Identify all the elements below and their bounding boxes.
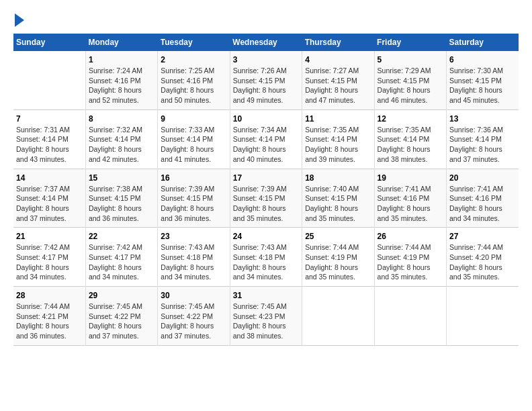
- calendar-cell: 27Sunrise: 7:44 AMSunset: 4:20 PMDayligh…: [447, 228, 519, 287]
- day-number: 27: [449, 232, 516, 241]
- calendar-cell: 28Sunrise: 7:44 AMSunset: 4:21 PMDayligh…: [13, 287, 85, 346]
- day-header-tuesday: Tuesday: [158, 34, 230, 51]
- day-number: 30: [161, 291, 226, 300]
- day-number: 9: [161, 114, 226, 124]
- day-number: 12: [378, 114, 443, 124]
- calendar-cell: 5Sunrise: 7:29 AMSunset: 4:15 PMDaylight…: [374, 51, 446, 109]
- day-number: 14: [16, 173, 83, 183]
- calendar-cell: 29Sunrise: 7:45 AMSunset: 4:22 PMDayligh…: [85, 287, 157, 346]
- day-info: Sunrise: 7:44 AMSunset: 4:21 PMDaylight:…: [16, 302, 83, 341]
- day-number: 28: [16, 291, 83, 300]
- day-info: Sunrise: 7:29 AMSunset: 4:15 PMDaylight:…: [378, 66, 443, 105]
- day-number: 26: [378, 232, 443, 241]
- day-header-friday: Friday: [374, 34, 446, 51]
- day-info: Sunrise: 7:40 AMSunset: 4:15 PMDaylight:…: [305, 184, 371, 224]
- header-row: SundayMondayTuesdayWednesdayThursdayFrid…: [13, 34, 519, 51]
- day-number: 13: [449, 114, 516, 124]
- day-info: Sunrise: 7:35 AMSunset: 4:14 PMDaylight:…: [305, 125, 371, 165]
- day-header-thursday: Thursday: [302, 34, 374, 51]
- day-info: Sunrise: 7:42 AMSunset: 4:17 PMDaylight:…: [89, 242, 154, 282]
- calendar-cell: 21Sunrise: 7:42 AMSunset: 4:17 PMDayligh…: [13, 228, 85, 287]
- calendar-cell: 24Sunrise: 7:43 AMSunset: 4:18 PMDayligh…: [230, 228, 302, 287]
- calendar-cell: 18Sunrise: 7:40 AMSunset: 4:15 PMDayligh…: [302, 169, 374, 228]
- calendar-cell: 23Sunrise: 7:43 AMSunset: 4:18 PMDayligh…: [158, 228, 230, 287]
- day-number: 22: [89, 232, 154, 241]
- day-info: Sunrise: 7:24 AMSunset: 4:16 PMDaylight:…: [89, 66, 154, 105]
- day-header-saturday: Saturday: [447, 34, 519, 51]
- day-number: 21: [16, 232, 83, 241]
- day-number: 2: [161, 55, 226, 64]
- day-info: Sunrise: 7:32 AMSunset: 4:14 PMDaylight:…: [89, 125, 154, 165]
- calendar-cell: 8Sunrise: 7:32 AMSunset: 4:14 PMDaylight…: [85, 109, 157, 169]
- day-info: Sunrise: 7:42 AMSunset: 4:17 PMDaylight:…: [16, 242, 83, 282]
- day-number: 6: [449, 55, 516, 64]
- day-info: Sunrise: 7:43 AMSunset: 4:18 PMDaylight:…: [233, 242, 299, 282]
- calendar-week-1: 1Sunrise: 7:24 AMSunset: 4:16 PMDaylight…: [13, 51, 519, 109]
- calendar-cell: 14Sunrise: 7:37 AMSunset: 4:14 PMDayligh…: [13, 169, 85, 228]
- day-info: Sunrise: 7:39 AMSunset: 4:15 PMDaylight:…: [233, 184, 299, 224]
- day-info: Sunrise: 7:37 AMSunset: 4:14 PMDaylight:…: [16, 184, 83, 224]
- calendar-cell: 19Sunrise: 7:41 AMSunset: 4:16 PMDayligh…: [374, 169, 446, 228]
- calendar-cell: 17Sunrise: 7:39 AMSunset: 4:15 PMDayligh…: [230, 169, 302, 228]
- calendar-cell: [447, 287, 519, 346]
- day-number: 17: [233, 173, 299, 183]
- day-number: 10: [233, 114, 299, 124]
- calendar-header: SundayMondayTuesdayWednesdayThursdayFrid…: [13, 34, 519, 51]
- calendar-cell: 7Sunrise: 7:31 AMSunset: 4:14 PMDaylight…: [13, 109, 85, 169]
- calendar-cell: 6Sunrise: 7:30 AMSunset: 4:15 PMDaylight…: [447, 51, 519, 109]
- day-number: 18: [305, 173, 371, 183]
- calendar-cell: [13, 51, 85, 109]
- calendar-week-5: 28Sunrise: 7:44 AMSunset: 4:21 PMDayligh…: [13, 287, 519, 346]
- calendar-cell: 15Sunrise: 7:38 AMSunset: 4:15 PMDayligh…: [85, 169, 157, 228]
- day-number: 19: [378, 173, 443, 183]
- day-info: Sunrise: 7:41 AMSunset: 4:16 PMDaylight:…: [449, 184, 516, 224]
- calendar-cell: 26Sunrise: 7:44 AMSunset: 4:19 PMDayligh…: [374, 228, 446, 287]
- day-info: Sunrise: 7:27 AMSunset: 4:15 PMDaylight:…: [305, 66, 371, 105]
- calendar-cell: 13Sunrise: 7:36 AMSunset: 4:14 PMDayligh…: [447, 109, 519, 169]
- day-number: 7: [16, 114, 83, 124]
- calendar-cell: 2Sunrise: 7:25 AMSunset: 4:16 PMDaylight…: [158, 51, 230, 109]
- day-info: Sunrise: 7:31 AMSunset: 4:14 PMDaylight:…: [16, 125, 83, 165]
- calendar-table: SundayMondayTuesdayWednesdayThursdayFrid…: [13, 34, 519, 346]
- day-number: 8: [89, 114, 154, 124]
- calendar-week-4: 21Sunrise: 7:42 AMSunset: 4:17 PMDayligh…: [13, 228, 519, 287]
- day-info: Sunrise: 7:45 AMSunset: 4:23 PMDaylight:…: [233, 302, 299, 341]
- day-info: Sunrise: 7:36 AMSunset: 4:14 PMDaylight:…: [449, 125, 516, 165]
- day-info: Sunrise: 7:45 AMSunset: 4:22 PMDaylight:…: [161, 302, 226, 341]
- day-number: 23: [161, 232, 226, 241]
- day-info: Sunrise: 7:38 AMSunset: 4:15 PMDaylight:…: [89, 184, 154, 224]
- page-header: [13, 13, 519, 27]
- day-info: Sunrise: 7:26 AMSunset: 4:15 PMDaylight:…: [233, 66, 299, 105]
- calendar-cell: 31Sunrise: 7:45 AMSunset: 4:23 PMDayligh…: [230, 287, 302, 346]
- calendar-week-3: 14Sunrise: 7:37 AMSunset: 4:14 PMDayligh…: [13, 169, 519, 228]
- day-number: 5: [378, 55, 443, 64]
- day-number: 20: [449, 173, 516, 183]
- calendar-cell: 20Sunrise: 7:41 AMSunset: 4:16 PMDayligh…: [447, 169, 519, 228]
- calendar-cell: 4Sunrise: 7:27 AMSunset: 4:15 PMDaylight…: [302, 51, 374, 109]
- day-header-wednesday: Wednesday: [230, 34, 302, 51]
- calendar-cell: 30Sunrise: 7:45 AMSunset: 4:22 PMDayligh…: [158, 287, 230, 346]
- day-number: 31: [233, 291, 299, 300]
- calendar-cell: 9Sunrise: 7:33 AMSunset: 4:14 PMDaylight…: [158, 109, 230, 169]
- day-info: Sunrise: 7:44 AMSunset: 4:19 PMDaylight:…: [378, 242, 443, 282]
- calendar-week-2: 7Sunrise: 7:31 AMSunset: 4:14 PMDaylight…: [13, 109, 519, 169]
- calendar-cell: 22Sunrise: 7:42 AMSunset: 4:17 PMDayligh…: [85, 228, 157, 287]
- calendar-cell: [374, 287, 446, 346]
- day-number: 25: [305, 232, 371, 241]
- logo: [13, 13, 24, 27]
- day-info: Sunrise: 7:41 AMSunset: 4:16 PMDaylight:…: [378, 184, 443, 224]
- day-info: Sunrise: 7:30 AMSunset: 4:15 PMDaylight:…: [449, 66, 516, 105]
- day-header-monday: Monday: [85, 34, 157, 51]
- day-number: 29: [89, 291, 154, 300]
- day-info: Sunrise: 7:45 AMSunset: 4:22 PMDaylight:…: [89, 302, 154, 341]
- day-number: 3: [233, 55, 299, 64]
- day-number: 11: [305, 114, 371, 124]
- calendar-cell: 25Sunrise: 7:44 AMSunset: 4:19 PMDayligh…: [302, 228, 374, 287]
- day-info: Sunrise: 7:33 AMSunset: 4:14 PMDaylight:…: [161, 125, 226, 165]
- calendar-cell: 10Sunrise: 7:34 AMSunset: 4:14 PMDayligh…: [230, 109, 302, 169]
- day-number: 1: [89, 55, 154, 64]
- day-info: Sunrise: 7:35 AMSunset: 4:14 PMDaylight:…: [378, 125, 443, 165]
- calendar-cell: 3Sunrise: 7:26 AMSunset: 4:15 PMDaylight…: [230, 51, 302, 109]
- day-header-sunday: Sunday: [13, 34, 85, 51]
- calendar-cell: 1Sunrise: 7:24 AMSunset: 4:16 PMDaylight…: [85, 51, 157, 109]
